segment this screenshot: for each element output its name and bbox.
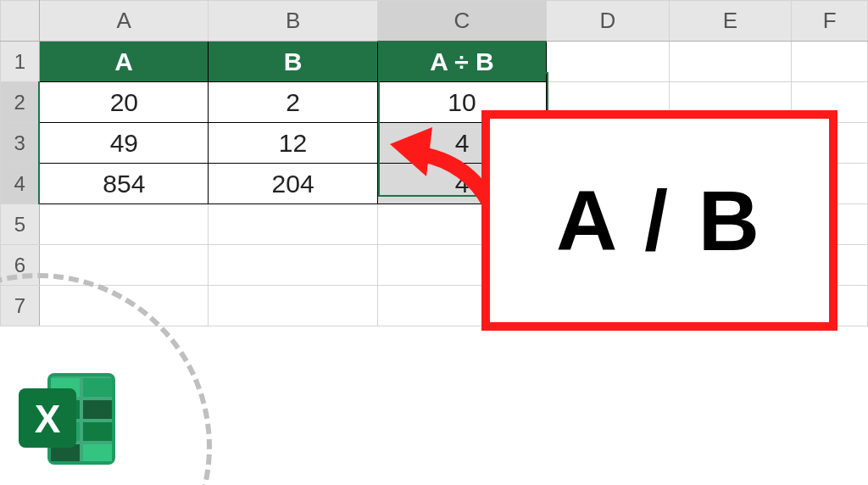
cell-B1[interactable]: B bbox=[209, 42, 377, 82]
row-header-3[interactable]: 3 bbox=[1, 123, 40, 164]
svg-rect-6 bbox=[83, 400, 112, 419]
col-header-A[interactable]: A bbox=[39, 1, 208, 42]
cell-A6[interactable] bbox=[39, 245, 208, 286]
svg-rect-5 bbox=[51, 400, 80, 419]
row-header-2[interactable]: 2 bbox=[1, 82, 40, 123]
col-header-C[interactable]: C bbox=[377, 1, 546, 42]
cell-A7[interactable] bbox=[39, 286, 208, 326]
row-header-6[interactable]: 6 bbox=[1, 245, 40, 286]
cell-F1[interactable] bbox=[792, 42, 868, 82]
col-header-E[interactable]: E bbox=[669, 1, 792, 42]
cell-A3[interactable]: 49 bbox=[39, 123, 208, 164]
row-header-1[interactable]: 1 bbox=[1, 42, 40, 82]
cell-D1[interactable] bbox=[547, 42, 670, 82]
cell-A4[interactable]: 854 bbox=[39, 164, 208, 204]
excel-logo-icon: X bbox=[15, 368, 125, 470]
svg-rect-12 bbox=[19, 388, 76, 448]
row-header-5[interactable]: 5 bbox=[1, 204, 40, 245]
cell-B3[interactable]: 12 bbox=[209, 123, 377, 164]
select-all-corner[interactable] bbox=[1, 1, 40, 42]
svg-rect-1 bbox=[47, 373, 115, 465]
svg-rect-8 bbox=[83, 422, 112, 441]
cell-B6[interactable] bbox=[209, 245, 377, 286]
cell-C1[interactable]: A ÷ B bbox=[377, 42, 546, 82]
svg-rect-9 bbox=[51, 444, 80, 461]
cell-A2[interactable]: 20 bbox=[39, 82, 208, 123]
cell-A5[interactable] bbox=[39, 204, 208, 245]
formula-text: A / B bbox=[556, 172, 763, 270]
cell-B7[interactable] bbox=[209, 286, 377, 326]
col-header-B[interactable]: B bbox=[209, 1, 377, 42]
svg-rect-10 bbox=[83, 444, 112, 461]
col-header-F[interactable]: F bbox=[792, 1, 868, 42]
col-header-D[interactable]: D bbox=[547, 1, 670, 42]
svg-rect-3 bbox=[51, 378, 80, 397]
cell-B5[interactable] bbox=[209, 204, 377, 245]
svg-rect-7 bbox=[51, 422, 80, 441]
svg-rect-2 bbox=[51, 376, 112, 461]
row-header-7[interactable]: 7 bbox=[1, 286, 40, 326]
svg-text:X: X bbox=[35, 397, 61, 441]
svg-rect-11 bbox=[19, 388, 76, 448]
svg-rect-4 bbox=[83, 378, 112, 397]
row-header-4[interactable]: 4 bbox=[1, 164, 40, 204]
cell-B4[interactable]: 204 bbox=[209, 164, 377, 204]
formula-callout: A / B bbox=[481, 110, 837, 331]
cell-A1[interactable]: A bbox=[39, 42, 208, 82]
cell-B2[interactable]: 2 bbox=[209, 82, 377, 123]
cell-E1[interactable] bbox=[669, 42, 792, 82]
